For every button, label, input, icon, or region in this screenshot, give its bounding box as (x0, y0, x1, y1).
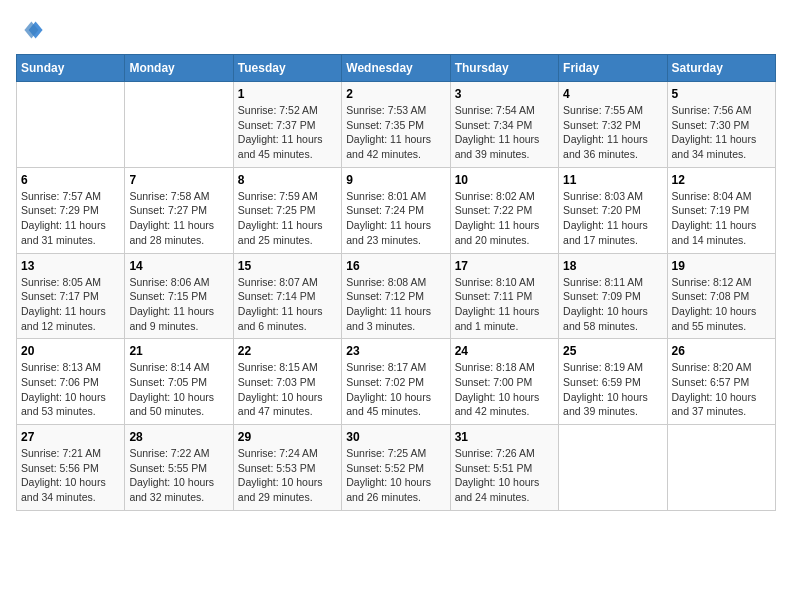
day-detail: Sunrise: 8:07 AM Sunset: 7:14 PM Dayligh… (238, 276, 323, 332)
calendar-week-3: 13Sunrise: 8:05 AM Sunset: 7:17 PM Dayli… (17, 253, 776, 339)
day-detail: Sunrise: 8:05 AM Sunset: 7:17 PM Dayligh… (21, 276, 106, 332)
day-detail: Sunrise: 7:25 AM Sunset: 5:52 PM Dayligh… (346, 447, 431, 503)
day-detail: Sunrise: 7:59 AM Sunset: 7:25 PM Dayligh… (238, 190, 323, 246)
day-number: 26 (672, 344, 771, 358)
calendar-cell: 3Sunrise: 7:54 AM Sunset: 7:34 PM Daylig… (450, 82, 558, 168)
calendar-cell: 18Sunrise: 8:11 AM Sunset: 7:09 PM Dayli… (559, 253, 667, 339)
calendar-cell: 25Sunrise: 8:19 AM Sunset: 6:59 PM Dayli… (559, 339, 667, 425)
day-detail: Sunrise: 7:22 AM Sunset: 5:55 PM Dayligh… (129, 447, 214, 503)
day-number: 1 (238, 87, 337, 101)
calendar-table: SundayMondayTuesdayWednesdayThursdayFrid… (16, 54, 776, 511)
calendar-body: 1Sunrise: 7:52 AM Sunset: 7:37 PM Daylig… (17, 82, 776, 511)
day-detail: Sunrise: 8:03 AM Sunset: 7:20 PM Dayligh… (563, 190, 648, 246)
calendar-cell: 29Sunrise: 7:24 AM Sunset: 5:53 PM Dayli… (233, 425, 341, 511)
day-detail: Sunrise: 8:15 AM Sunset: 7:03 PM Dayligh… (238, 361, 323, 417)
day-detail: Sunrise: 7:56 AM Sunset: 7:30 PM Dayligh… (672, 104, 757, 160)
calendar-cell: 27Sunrise: 7:21 AM Sunset: 5:56 PM Dayli… (17, 425, 125, 511)
calendar-cell: 10Sunrise: 8:02 AM Sunset: 7:22 PM Dayli… (450, 167, 558, 253)
day-number: 18 (563, 259, 662, 273)
day-detail: Sunrise: 7:52 AM Sunset: 7:37 PM Dayligh… (238, 104, 323, 160)
calendar-cell: 9Sunrise: 8:01 AM Sunset: 7:24 PM Daylig… (342, 167, 450, 253)
calendar-cell: 7Sunrise: 7:58 AM Sunset: 7:27 PM Daylig… (125, 167, 233, 253)
calendar-cell: 19Sunrise: 8:12 AM Sunset: 7:08 PM Dayli… (667, 253, 775, 339)
day-number: 2 (346, 87, 445, 101)
day-detail: Sunrise: 7:58 AM Sunset: 7:27 PM Dayligh… (129, 190, 214, 246)
day-number: 13 (21, 259, 120, 273)
calendar-header-sunday: Sunday (17, 55, 125, 82)
day-number: 28 (129, 430, 228, 444)
day-number: 21 (129, 344, 228, 358)
calendar-header-monday: Monday (125, 55, 233, 82)
calendar-cell: 24Sunrise: 8:18 AM Sunset: 7:00 PM Dayli… (450, 339, 558, 425)
calendar-week-5: 27Sunrise: 7:21 AM Sunset: 5:56 PM Dayli… (17, 425, 776, 511)
day-detail: Sunrise: 8:06 AM Sunset: 7:15 PM Dayligh… (129, 276, 214, 332)
day-number: 7 (129, 173, 228, 187)
day-number: 27 (21, 430, 120, 444)
calendar-cell: 16Sunrise: 8:08 AM Sunset: 7:12 PM Dayli… (342, 253, 450, 339)
day-number: 22 (238, 344, 337, 358)
calendar-cell: 23Sunrise: 8:17 AM Sunset: 7:02 PM Dayli… (342, 339, 450, 425)
day-detail: Sunrise: 8:01 AM Sunset: 7:24 PM Dayligh… (346, 190, 431, 246)
calendar-header-friday: Friday (559, 55, 667, 82)
day-detail: Sunrise: 8:04 AM Sunset: 7:19 PM Dayligh… (672, 190, 757, 246)
day-detail: Sunrise: 8:11 AM Sunset: 7:09 PM Dayligh… (563, 276, 648, 332)
day-number: 12 (672, 173, 771, 187)
calendar-header-wednesday: Wednesday (342, 55, 450, 82)
calendar-cell: 8Sunrise: 7:59 AM Sunset: 7:25 PM Daylig… (233, 167, 341, 253)
day-number: 4 (563, 87, 662, 101)
page-header (16, 16, 776, 44)
day-detail: Sunrise: 7:55 AM Sunset: 7:32 PM Dayligh… (563, 104, 648, 160)
calendar-cell: 11Sunrise: 8:03 AM Sunset: 7:20 PM Dayli… (559, 167, 667, 253)
day-detail: Sunrise: 7:54 AM Sunset: 7:34 PM Dayligh… (455, 104, 540, 160)
calendar-cell: 31Sunrise: 7:26 AM Sunset: 5:51 PM Dayli… (450, 425, 558, 511)
calendar-header-row: SundayMondayTuesdayWednesdayThursdayFrid… (17, 55, 776, 82)
calendar-week-4: 20Sunrise: 8:13 AM Sunset: 7:06 PM Dayli… (17, 339, 776, 425)
day-detail: Sunrise: 7:53 AM Sunset: 7:35 PM Dayligh… (346, 104, 431, 160)
day-detail: Sunrise: 7:24 AM Sunset: 5:53 PM Dayligh… (238, 447, 323, 503)
logo (16, 16, 48, 44)
day-number: 23 (346, 344, 445, 358)
calendar-cell (559, 425, 667, 511)
day-number: 19 (672, 259, 771, 273)
calendar-cell: 5Sunrise: 7:56 AM Sunset: 7:30 PM Daylig… (667, 82, 775, 168)
day-detail: Sunrise: 8:19 AM Sunset: 6:59 PM Dayligh… (563, 361, 648, 417)
calendar-cell: 1Sunrise: 7:52 AM Sunset: 7:37 PM Daylig… (233, 82, 341, 168)
calendar-cell: 14Sunrise: 8:06 AM Sunset: 7:15 PM Dayli… (125, 253, 233, 339)
day-detail: Sunrise: 8:17 AM Sunset: 7:02 PM Dayligh… (346, 361, 431, 417)
calendar-week-1: 1Sunrise: 7:52 AM Sunset: 7:37 PM Daylig… (17, 82, 776, 168)
calendar-cell: 28Sunrise: 7:22 AM Sunset: 5:55 PM Dayli… (125, 425, 233, 511)
calendar-cell: 22Sunrise: 8:15 AM Sunset: 7:03 PM Dayli… (233, 339, 341, 425)
calendar-header-tuesday: Tuesday (233, 55, 341, 82)
day-detail: Sunrise: 8:08 AM Sunset: 7:12 PM Dayligh… (346, 276, 431, 332)
calendar-cell (125, 82, 233, 168)
day-number: 9 (346, 173, 445, 187)
calendar-cell (17, 82, 125, 168)
day-detail: Sunrise: 7:26 AM Sunset: 5:51 PM Dayligh… (455, 447, 540, 503)
calendar-week-2: 6Sunrise: 7:57 AM Sunset: 7:29 PM Daylig… (17, 167, 776, 253)
calendar-cell: 26Sunrise: 8:20 AM Sunset: 6:57 PM Dayli… (667, 339, 775, 425)
day-number: 25 (563, 344, 662, 358)
calendar-cell: 15Sunrise: 8:07 AM Sunset: 7:14 PM Dayli… (233, 253, 341, 339)
day-detail: Sunrise: 8:12 AM Sunset: 7:08 PM Dayligh… (672, 276, 757, 332)
calendar-header-saturday: Saturday (667, 55, 775, 82)
day-number: 30 (346, 430, 445, 444)
calendar-cell (667, 425, 775, 511)
logo-icon (16, 16, 44, 44)
day-number: 15 (238, 259, 337, 273)
day-detail: Sunrise: 8:10 AM Sunset: 7:11 PM Dayligh… (455, 276, 540, 332)
calendar-cell: 2Sunrise: 7:53 AM Sunset: 7:35 PM Daylig… (342, 82, 450, 168)
day-number: 31 (455, 430, 554, 444)
calendar-cell: 21Sunrise: 8:14 AM Sunset: 7:05 PM Dayli… (125, 339, 233, 425)
day-number: 20 (21, 344, 120, 358)
day-detail: Sunrise: 8:13 AM Sunset: 7:06 PM Dayligh… (21, 361, 106, 417)
day-number: 29 (238, 430, 337, 444)
calendar-cell: 13Sunrise: 8:05 AM Sunset: 7:17 PM Dayli… (17, 253, 125, 339)
day-number: 17 (455, 259, 554, 273)
calendar-cell: 4Sunrise: 7:55 AM Sunset: 7:32 PM Daylig… (559, 82, 667, 168)
calendar-cell: 12Sunrise: 8:04 AM Sunset: 7:19 PM Dayli… (667, 167, 775, 253)
day-detail: Sunrise: 7:57 AM Sunset: 7:29 PM Dayligh… (21, 190, 106, 246)
calendar-cell: 30Sunrise: 7:25 AM Sunset: 5:52 PM Dayli… (342, 425, 450, 511)
day-number: 24 (455, 344, 554, 358)
day-detail: Sunrise: 8:18 AM Sunset: 7:00 PM Dayligh… (455, 361, 540, 417)
day-number: 8 (238, 173, 337, 187)
